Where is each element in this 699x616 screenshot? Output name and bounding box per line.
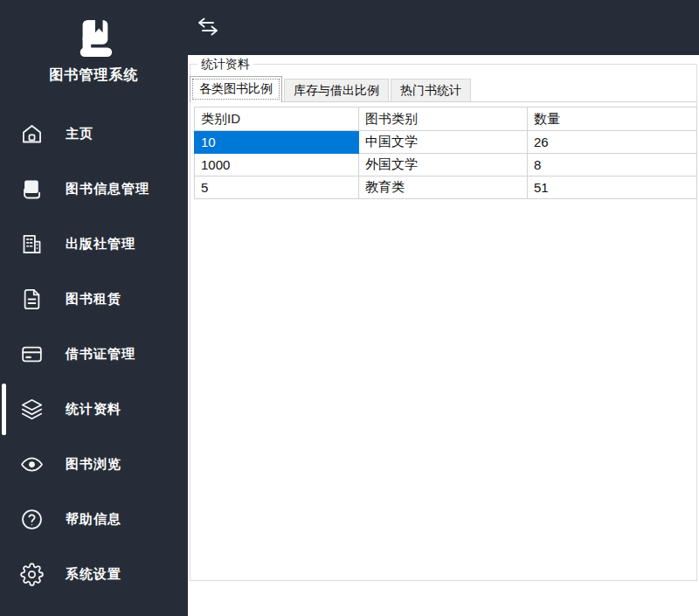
book-icon [19,177,44,202]
tab-category-ratio[interactable]: 各类图书比例 [190,76,282,102]
document-icon [19,287,44,312]
topbar [188,0,699,55]
table-cell[interactable]: 外国文学 [359,154,528,176]
sidebar-item-label: 系统设置 [66,566,121,583]
app-title: 图书管理系统 [0,66,188,85]
building-icon [19,232,44,257]
sidebar-item-help[interactable]: 帮助信息 [0,492,188,547]
column-header-category-id[interactable]: 类别ID [195,107,359,131]
book-logo-icon [74,17,114,59]
table-cell[interactable]: 教育类 [359,176,528,199]
sidebar-item-publisher[interactable]: 出版社管理 [0,217,188,272]
groupbox-title: 统计资料 [197,57,253,73]
sidebar-item-book-info[interactable]: 图书信息管理 [0,162,188,217]
table-cell[interactable]: 1000 [195,154,359,176]
active-item-indicator [2,384,6,435]
card-icon [19,343,44,367]
table-cell-selected[interactable]: 10 [195,131,359,154]
sidebar-item-rental[interactable]: 图书租赁 [0,272,188,327]
table-row: 10 中国文学 26 [195,131,697,154]
sidebar-item-label: 出版社管理 [66,236,135,253]
category-stats-table: 类别ID 图书类别 数量 10 中国文学 26 1000 外国文学 8 5 [194,107,697,199]
sidebar-item-label: 图书信息管理 [66,181,149,197]
gear-icon [19,563,44,587]
table-row: 5 教育类 51 [195,176,697,199]
column-header-count[interactable]: 数量 [528,107,697,131]
table-header-row: 类别ID 图书类别 数量 [195,107,697,131]
home-icon [19,122,44,147]
sidebar-item-label: 统计资料 [66,401,121,418]
layers-icon [19,398,44,422]
sidebar-item-statistics[interactable]: 统计资料 [0,382,188,437]
sidebar-item-label: 借书证管理 [66,346,135,363]
sidebar-nav: 主页 图书信息管理 [0,107,188,602]
table-row: 1000 外国文学 8 [195,154,697,176]
sidebar-item-label: 帮助信息 [66,511,121,528]
tab-hot-books[interactable]: 热门书统计 [391,79,471,101]
sidebar-item-label: 图书浏览 [66,456,121,473]
main-content: 统计资料 各类图书比例 库存与借出比例 热门书统计 类别ID 图书类别 数量 1… [188,55,699,616]
help-icon [19,508,44,532]
app-logo: 图书管理系统 [0,17,188,85]
table-cell[interactable]: 51 [528,176,697,199]
tab-stock-loan-ratio[interactable]: 库存与借出比例 [284,79,389,101]
sidebar: 图书管理系统 主页 图书信息管理 [0,0,188,616]
table-cell[interactable]: 8 [528,154,697,176]
sidebar-item-label: 图书租赁 [66,291,121,308]
sidebar-item-library-card[interactable]: 借书证管理 [0,327,188,382]
table-cell[interactable]: 5 [195,176,359,199]
column-header-book-category[interactable]: 图书类别 [359,107,528,131]
swap-arrows-icon[interactable] [193,13,223,41]
sidebar-item-settings[interactable]: 系统设置 [0,547,188,602]
sidebar-item-browse[interactable]: 图书浏览 [0,437,188,492]
tab-bar: 各类图书比例 库存与借出比例 热门书统计 [190,76,697,102]
table-cell[interactable]: 26 [528,131,697,154]
sidebar-item-home[interactable]: 主页 [0,107,188,162]
eye-icon [19,453,44,477]
table-cell[interactable]: 中国文学 [359,131,528,154]
statistics-groupbox: 统计资料 各类图书比例 库存与借出比例 热门书统计 类别ID 图书类别 数量 1… [190,64,697,581]
sidebar-item-label: 主页 [66,126,93,142]
